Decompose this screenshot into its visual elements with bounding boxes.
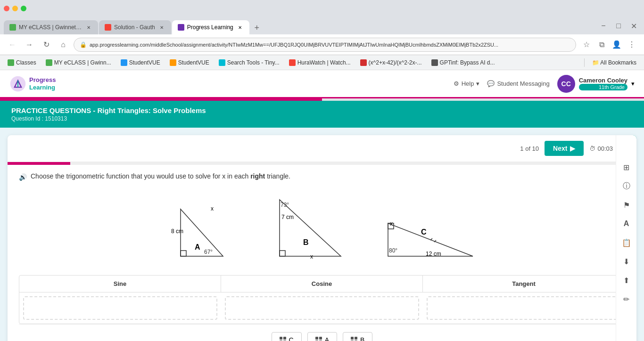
sidebar-info-btn[interactable]: ⓘ <box>618 178 635 195</box>
bm-all-bookmarks[interactable]: 📁 All Bookmarks <box>588 58 640 67</box>
practice-question-id: Question Id : 1510313 <box>11 115 633 122</box>
svg-rect-6 <box>280 251 285 256</box>
svg-text:73°: 73° <box>281 202 289 208</box>
sidebar-pencil-btn[interactable]: ✏ <box>618 291 635 308</box>
chip-c[interactable]: C <box>272 332 302 341</box>
sidebar-flag-btn[interactable]: ⚑ <box>618 196 635 213</box>
sidebar-text-btn[interactable]: A <box>618 215 635 232</box>
question-instruction: Choose the trigonometric function that y… <box>31 172 290 180</box>
app-logo: Progress Learning <box>9 75 56 92</box>
svg-marker-2 <box>181 209 223 256</box>
maximize-window-btn[interactable] <box>21 6 26 11</box>
download-icon: ⬇ <box>623 257 629 266</box>
tab-2-close[interactable]: ✕ <box>158 24 165 31</box>
tab-3-favicon <box>178 24 184 31</box>
drop-cell-tangent[interactable] <box>427 296 621 320</box>
triangle-a-label: A <box>195 243 200 252</box>
messaging-button[interactable]: 💬 Student Messaging <box>487 80 549 87</box>
profile-icon[interactable]: 👤 <box>610 38 623 51</box>
next-button[interactable]: Next ▶ <box>545 141 584 156</box>
bm-hurawatch-favicon <box>289 59 296 66</box>
tab-2[interactable]: Solution - Gauth ✕ <box>99 20 171 34</box>
sidebar-upload-btn[interactable]: ⬆ <box>618 272 635 289</box>
tab-3[interactable]: Progress Learning ✕ <box>172 20 249 34</box>
user-info: Cameron Cooley 11th Grade <box>579 77 627 90</box>
bm-math[interactable]: (x^2+x-42)/(x^2-2x-... <box>356 58 426 67</box>
bm-searchtools[interactable]: Search Tools - Tiny... <box>215 58 283 67</box>
extensions-icon[interactable]: ⧉ <box>595 38 608 51</box>
tab-1[interactable]: MY eCLASS | Gwinnett County... ✕ <box>4 20 98 34</box>
sidebar-doc-btn[interactable]: 📋 <box>618 234 635 251</box>
practice-title: PRACTICE QUESTIONS - Right Triangles: So… <box>11 106 633 114</box>
chip-c-label: C <box>289 336 294 341</box>
col-header-sine: Sine <box>19 276 221 292</box>
back-button[interactable]: ← <box>6 38 19 51</box>
answer-table: Sine Cosine Tangent <box>19 275 625 324</box>
triangle-c-container: 80° x 12 cm C <box>383 219 478 266</box>
minimize-window-btn[interactable] <box>12 6 18 11</box>
bm-studentvue1-favicon <box>121 59 127 66</box>
help-icon: ⚙ <box>454 80 459 87</box>
chip-a[interactable]: A <box>307 332 337 341</box>
bm-myeclass[interactable]: MY eCLASS | Gwinn... <box>42 58 115 67</box>
bm-searchtools-favicon <box>219 59 225 66</box>
chip-a-grid-icon <box>315 337 322 341</box>
restore-btn[interactable]: □ <box>612 19 625 32</box>
triangle-a-8cm-label: 8 cm <box>171 228 183 235</box>
forward-button[interactable]: → <box>23 38 36 51</box>
address-bar-actions: ☆ ⧉ 👤 ⋮ <box>580 38 638 51</box>
close-btn[interactable]: ✕ <box>627 19 640 32</box>
bm-studentvue1[interactable]: StudentVUE <box>117 58 164 67</box>
triangle-c-label: C <box>421 228 427 236</box>
help-label: Help <box>462 80 474 87</box>
main-content: 1 of 10 Next ▶ ⏱ 00:03 ⏸ <box>0 128 644 341</box>
timer-value: 00:03 <box>597 145 613 152</box>
document-icon: 📋 <box>622 238 631 247</box>
tab-1-label: MY eCLASS | Gwinnett County... <box>19 24 82 31</box>
bm-hurawatch-label: HuraWatch | Watch... <box>297 59 351 66</box>
instruction-end: triangle. <box>267 172 290 180</box>
logo-progress: Progress <box>29 76 56 84</box>
bookmarks-bar: Classes MY eCLASS | Gwinn... StudentVUE … <box>0 55 644 70</box>
bm-separator <box>584 58 585 67</box>
tab-1-close[interactable]: ✕ <box>85 24 92 31</box>
triangle-b-x-label: x <box>310 253 313 260</box>
triangle-a-x-label: x <box>211 205 214 212</box>
bm-all-label: 📁 All Bookmarks <box>592 59 636 66</box>
url-bar[interactable]: 🔒 app.progresslearning.com/middleSchool/… <box>74 38 576 52</box>
minimize-btn[interactable]: − <box>597 19 610 32</box>
drop-cell-sine[interactable] <box>23 296 217 320</box>
bm-studentvue2-favicon <box>170 59 176 66</box>
tab-3-close[interactable]: ✕ <box>236 24 244 31</box>
right-sidebar: ⊞ ⓘ ⚑ A 📋 ⬇ ⬆ <box>616 135 636 341</box>
flag-icon: ⚑ <box>623 201 630 210</box>
sidebar-download-btn[interactable]: ⬇ <box>618 253 635 270</box>
bm-gptinf[interactable]: GPTinf: Bypass AI d... <box>428 58 499 67</box>
help-button[interactable]: ⚙ Help ▾ <box>454 80 480 87</box>
menu-icon[interactable]: ⋮ <box>625 38 638 51</box>
close-window-btn[interactable] <box>4 6 9 11</box>
triangle-c-svg: 80° <box>383 219 478 266</box>
chip-b[interactable]: B <box>343 332 372 341</box>
reload-button[interactable]: ↻ <box>40 38 53 51</box>
drop-cell-cosine[interactable] <box>225 296 419 320</box>
col-header-cosine: Cosine <box>221 276 423 292</box>
text-size-icon: A <box>624 219 629 228</box>
clock-icon: ⏱ <box>589 145 595 152</box>
bm-studentvue2[interactable]: StudentVUE <box>166 58 213 67</box>
question-body: 🔊 Choose the trigonometric function that… <box>8 165 636 341</box>
answer-drop-row <box>19 292 625 324</box>
bookmark-icon[interactable]: ☆ <box>580 38 593 51</box>
bm-gptinf-label: GPTinf: Bypass AI d... <box>440 59 495 66</box>
speaker-icon[interactable]: 🔊 <box>19 173 27 181</box>
home-button[interactable]: ⌂ <box>57 38 70 51</box>
bm-myeclass-label: MY eCLASS | Gwinn... <box>54 59 111 66</box>
next-arrow-icon: ▶ <box>570 145 575 152</box>
messaging-label: Student Messaging <box>497 80 549 87</box>
tab-1-favicon <box>9 24 16 31</box>
bm-hurawatch[interactable]: HuraWatch | Watch... <box>285 58 355 67</box>
new-tab-button[interactable]: + <box>250 21 264 34</box>
sidebar-calculator-btn[interactable]: ⊞ <box>618 159 635 176</box>
bm-classes[interactable]: Classes <box>4 58 40 67</box>
info-icon: ⓘ <box>623 181 630 191</box>
